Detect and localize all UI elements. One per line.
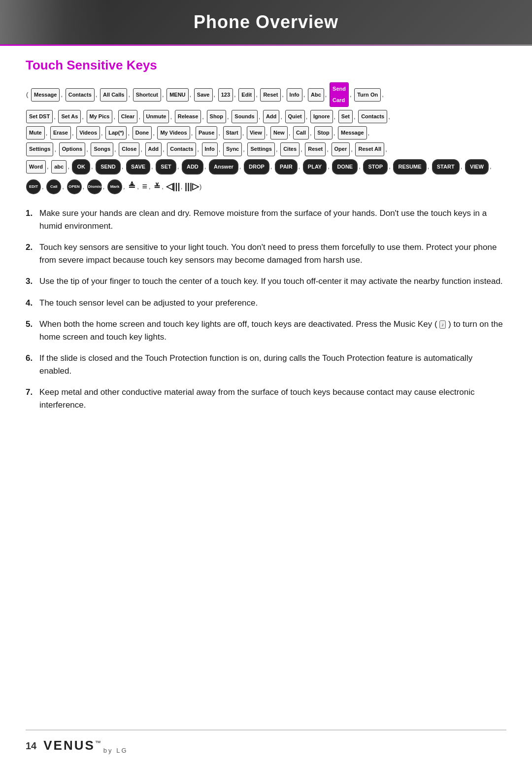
key-mypics[interactable]: My Pics [87,110,113,123]
list-num: 7. [26,386,39,399]
key-stop[interactable]: Stop [314,126,332,139]
key-contacts2[interactable]: Contacts [358,110,387,123]
key-edit[interactable]: Edit [238,88,255,102]
keys-row-3: Mute, Erase, Videos, Lap(*), Done, My Vi… [26,126,506,140]
key-allcalls[interactable]: All Calls [100,88,127,102]
key-add2[interactable]: Add [145,142,162,156]
key-contacts[interactable]: Contacts [66,88,95,102]
list-text: Keep metal and other conductive material… [39,386,506,411]
key-play[interactable]: PLAY [303,159,327,174]
keys-row-1: ( Message, Contacts, All Calls, Shortcut… [26,82,506,107]
list-num: 4. [26,297,39,310]
list-item: 3. Use the tip of your finger to touch t… [26,275,506,288]
key-menu-sym[interactable]: ≡ [142,177,148,196]
key-myvideos[interactable]: My Videos [157,126,190,139]
key-start[interactable]: Start [223,126,241,139]
key-contacts3[interactable]: Contacts [167,142,196,156]
list-text: When both the home screen and touch key … [39,318,506,343]
key-stop-oval[interactable]: STOP [363,159,388,174]
key-set[interactable]: Set [338,110,353,123]
key-pair[interactable]: PAIR [275,159,297,174]
key-ok[interactable]: OK [72,159,90,174]
key-call[interactable]: Call [293,126,309,139]
key-new[interactable]: New [270,126,288,139]
key-mark-circle[interactable]: Mark [107,179,122,194]
key-done-oval[interactable]: DONE [332,159,358,174]
key-info[interactable]: Info [287,88,302,102]
list-item: 1. Make sure your hands are clean and dr… [26,207,506,232]
footer: 14 VENUS™by LG [26,738,128,754]
key-message2[interactable]: Message [338,126,366,139]
key-close[interactable]: Close [119,142,139,156]
page-header: Phone Overview [0,0,532,44]
key-lap[interactable]: Lap(*) [105,126,127,139]
key-setdst[interactable]: Set DST [26,110,53,123]
list-item: 2. Touch key sensors are sensitive to yo… [26,241,506,266]
key-setas[interactable]: Set As [58,110,81,123]
music-key-symbol: ♪ [439,320,446,329]
key-add[interactable]: Add [263,110,279,123]
key-answer[interactable]: Answer [209,159,238,174]
key-save[interactable]: Save [194,88,213,102]
key-set-oval[interactable]: SET [156,159,176,174]
key-done[interactable]: Done [133,126,152,139]
key-abc[interactable]: abc [51,160,66,174]
list-num: 5. [26,318,39,331]
list-num: 3. [26,275,39,288]
key-add-oval[interactable]: ADD [182,159,203,174]
main-content: Touch Sensitive Keys ( Message, Contacts… [0,46,532,440]
key-cites[interactable]: Cites [280,142,299,156]
key-resetall[interactable]: Reset All [355,142,384,156]
keys-area: ( Message, Contacts, All Calls, Shortcut… [26,82,506,196]
key-unmute[interactable]: Unmute [143,110,169,123]
key-reset2[interactable]: Reset [305,142,326,156]
key-menu[interactable]: MENU [166,88,188,102]
key-clear[interactable]: Clear [118,110,138,123]
key-rewind[interactable]: ◁||| [166,181,180,191]
key-edit-circle[interactable]: EDIT [26,179,41,194]
key-sounds[interactable]: Sounds [232,110,257,123]
key-quiet[interactable]: Quiet [285,110,305,123]
key-songs[interactable]: Songs [91,142,113,156]
key-view[interactable]: View [247,126,265,139]
key-up-arrow[interactable]: ≜ [128,177,135,196]
key-start-oval[interactable]: START [432,159,460,174]
key-pause[interactable]: Pause [196,126,217,139]
key-drop[interactable]: DROP [244,159,269,174]
key-info2[interactable]: Info [202,142,218,156]
key-abc-cap[interactable]: Abc [308,88,324,102]
list-text: If the slide is closed and the Touch Pro… [39,352,506,377]
key-oper[interactable]: Oper [332,142,350,156]
key-open-circle[interactable]: OPEN [67,179,82,194]
key-ignore[interactable]: Ignore [310,110,333,123]
key-eq-sym[interactable]: ≚ [154,178,160,195]
key-settings2[interactable]: Settings [247,142,274,156]
key-send-card[interactable]: SendCard [330,82,349,107]
key-sync[interactable]: Sync [223,142,242,156]
key-send[interactable]: SEND [96,159,121,174]
key-release[interactable]: Release [175,110,201,123]
key-shortcut[interactable]: Shortcut [133,88,161,102]
key-message[interactable]: Message [31,88,60,102]
keys-row-2: Set DST, Set As, My Pics, Clear, Unmute,… [26,109,506,124]
key-settings[interactable]: Settings [26,142,53,156]
key-turnon[interactable]: Turn On [354,88,381,102]
key-shop[interactable]: Shop [207,110,227,123]
key-123[interactable]: 123 [218,88,233,102]
list-num: 6. [26,352,39,365]
key-reset[interactable]: Reset [260,88,281,102]
key-resume[interactable]: RESUME [393,159,426,174]
key-videos[interactable]: Videos [76,126,100,139]
section-heading: Touch Sensitive Keys [26,58,506,73]
key-save-oval[interactable]: SAVE [126,159,150,174]
key-call-circle[interactable]: Call [46,179,61,194]
key-view-oval[interactable]: VIEW [465,159,489,174]
key-mute[interactable]: Mute [26,126,45,139]
key-fastforward[interactable]: |||▷ [185,181,199,191]
key-word[interactable]: Word [26,160,46,174]
key-dismiss-circle[interactable]: Dismiss [87,179,102,194]
key-erase[interactable]: Erase [50,126,71,139]
key-options[interactable]: Options [59,142,86,156]
list-item: 4. The touch sensor level can be adjuste… [26,297,506,310]
paren-open: ( [26,91,28,98]
